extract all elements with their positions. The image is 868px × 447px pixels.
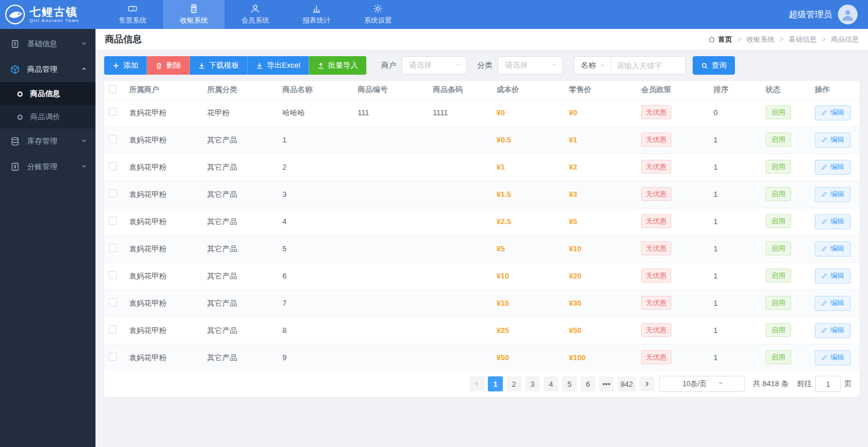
bullet-icon (17, 115, 23, 120)
search-button[interactable]: 查询 (693, 56, 735, 75)
row-checkbox[interactable] (109, 244, 117, 252)
tab-cashier-system[interactable]: 收银系统 (163, 0, 225, 29)
pagination-page-6[interactable]: 6 (580, 376, 595, 391)
row-checkbox[interactable] (109, 353, 117, 361)
row-checkbox[interactable] (109, 135, 117, 143)
table-row: 袁妈花甲粉 其它产品 6 ¥10 ¥20 无优惠 1 启用 编辑 (104, 262, 859, 290)
tab-ticketing-system[interactable]: 售票系统 (102, 0, 163, 29)
pagination-page-3[interactable]: 3 (525, 376, 540, 391)
breadcrumb-home[interactable]: 首页 (708, 35, 732, 45)
sidebar-item-product-info[interactable]: 商品信息 (0, 82, 95, 105)
chevron-up-icon (80, 65, 87, 74)
batch-import-button[interactable]: 批量导入 (309, 56, 366, 75)
edit-button[interactable]: 编辑 (815, 187, 851, 202)
edit-button[interactable]: 编辑 (815, 214, 851, 229)
tab-report-statistics[interactable]: 报表统计 (286, 0, 347, 29)
breadcrumb-cashier-system[interactable]: 收银系统 (746, 35, 774, 45)
pagination-page-2[interactable]: 2 (506, 376, 521, 391)
export-excel-button[interactable]: 导出Excel (248, 56, 309, 75)
chevron-down-icon (718, 380, 724, 388)
edit-button[interactable]: 编辑 (815, 133, 851, 148)
pagination-page-842[interactable]: 842 (617, 376, 636, 391)
table-row: 袁妈花甲粉 其它产品 2 ¥1 ¥2 无优惠 1 启用 编辑 (104, 153, 859, 181)
download-template-button[interactable]: 下载模板 (190, 56, 248, 75)
pagination-page-4[interactable]: 4 (543, 376, 558, 391)
ticket-icon (127, 3, 138, 14)
pagination-next-button[interactable] (639, 376, 654, 391)
edit-button[interactable]: 编辑 (815, 296, 851, 311)
merchant-select[interactable]: 请选择 (402, 56, 467, 75)
table-row: 袁妈花甲粉 其它产品 8 ¥25 ¥50 无优惠 1 启用 编辑 (104, 317, 859, 344)
pagination-page-5[interactable]: 5 (562, 376, 577, 391)
sidebar-item-split-account-management[interactable]: 分账管理 (0, 154, 95, 179)
cell-barcode (428, 153, 492, 181)
edit-button[interactable]: 编辑 (815, 105, 851, 120)
header-category: 所属分类 (203, 81, 278, 99)
search-icon (701, 62, 708, 69)
row-checkbox[interactable] (109, 162, 117, 170)
sidebar-item-inventory-management[interactable]: 库存管理 (0, 129, 95, 154)
table-row: 袁妈花甲粉 其它产品 7 ¥15 ¥30 无优惠 1 启用 编辑 (104, 290, 859, 317)
tab-member-system[interactable]: 会员系统 (225, 0, 286, 29)
cell-retail-price: ¥20 (564, 262, 637, 290)
user-name: 超级管理员 (789, 9, 832, 20)
sidebar-item-product-management[interactable]: 商品管理 (0, 57, 95, 82)
cell-retail-price: ¥2 (564, 153, 637, 181)
pagination-prev-button[interactable] (469, 376, 484, 391)
report-icon (311, 3, 322, 14)
header-sort: 排序 (709, 81, 761, 99)
category-label: 分类 (477, 60, 492, 71)
cell-cost-price: ¥1.5 (492, 181, 564, 208)
goto-page-input[interactable] (815, 376, 841, 392)
edit-button[interactable]: 编辑 (815, 323, 851, 338)
header-product-name: 商品名称 (278, 81, 353, 99)
pagination-ellipsis[interactable]: ••• (599, 376, 614, 391)
breadcrumb-basic-info[interactable]: 基础信息 (789, 35, 816, 45)
sidebar-item-basic-info[interactable]: 基础信息 (0, 31, 95, 57)
cell-retail-price: ¥10 (564, 235, 637, 262)
row-checkbox[interactable] (109, 298, 117, 306)
row-checkbox[interactable] (109, 189, 117, 197)
policy-badge: 无优惠 (641, 350, 671, 364)
user-menu[interactable]: 超级管理员 (789, 0, 868, 29)
row-checkbox[interactable] (109, 271, 117, 279)
tab-system-settings[interactable]: 系统设置 (347, 0, 409, 29)
pagination-page-1[interactable]: 1 (488, 376, 503, 391)
policy-badge: 无优惠 (641, 241, 671, 255)
cell-category: 其它产品 (203, 208, 278, 235)
row-checkbox[interactable] (109, 325, 117, 334)
status-badge: 启用 (766, 296, 791, 310)
cell-product-name: 8 (278, 317, 353, 344)
cell-category: 其它产品 (203, 290, 278, 317)
product-management-submenu: 商品信息 商品调价 (0, 82, 95, 129)
app-logo[interactable]: 七鲤古镇 Qili Ancient Town (0, 0, 102, 29)
delete-button[interactable]: 删除 (147, 56, 190, 75)
cell-retail-price: ¥30 (564, 290, 637, 317)
cell-merchant: 袁妈花甲粉 (124, 317, 203, 344)
edit-button[interactable]: 编辑 (815, 350, 851, 365)
edit-button[interactable]: 编辑 (815, 241, 851, 257)
table-row: 袁妈花甲粉 其它产品 9 ¥50 ¥100 无优惠 1 启用 编辑 (104, 344, 859, 371)
row-checkbox[interactable] (109, 108, 117, 116)
goto-suffix: 页 (844, 379, 852, 389)
settings-icon (373, 3, 383, 14)
cell-cost-price: ¥50 (492, 344, 564, 371)
title-bar: 商品信息 首页 > 收银系统 > 基础信息 > 商品信息 (95, 29, 868, 50)
add-button[interactable]: 添加 (104, 56, 147, 75)
search-field-select[interactable]: 名称 (574, 57, 611, 74)
chevron-down-icon (599, 63, 605, 68)
pencil-icon (821, 246, 827, 252)
policy-badge: 无优惠 (641, 133, 671, 146)
sidebar-item-product-price-adjust[interactable]: 商品调价 (0, 105, 95, 129)
select-all-checkbox[interactable] (109, 85, 117, 93)
edit-button[interactable]: 编辑 (815, 269, 851, 284)
keyword-input[interactable] (611, 57, 685, 74)
cell-cost-price: ¥5 (492, 235, 564, 262)
chevron-down-icon (455, 60, 462, 71)
page-size-select[interactable]: 10条/页 (659, 376, 745, 392)
cell-cost-price: ¥0 (492, 99, 564, 126)
edit-button[interactable]: 编辑 (815, 160, 851, 175)
row-checkbox[interactable] (109, 217, 117, 225)
cell-sort: 1 (709, 153, 761, 181)
category-select[interactable]: 请选择 (498, 56, 563, 75)
